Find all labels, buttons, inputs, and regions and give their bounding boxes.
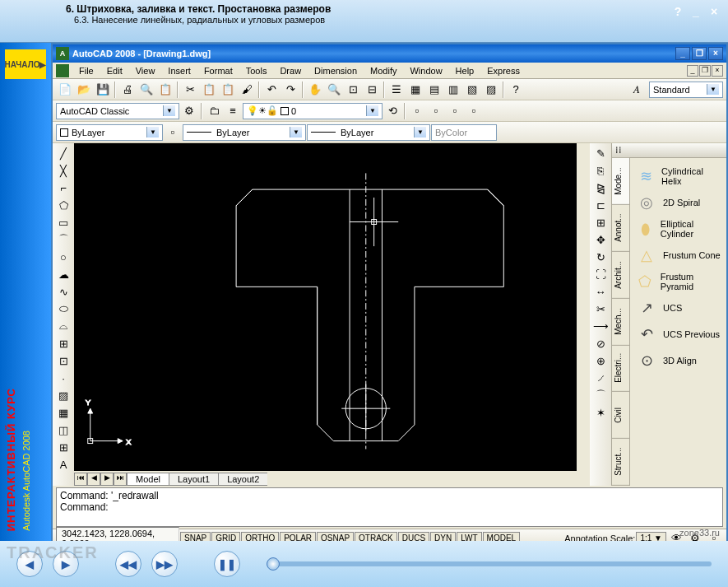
xline-tool[interactable]: ╳ [54, 162, 72, 179]
palette-tab-archit[interactable]: Archit... [612, 252, 629, 299]
revcloud-tool[interactable]: ☁ [54, 266, 72, 282]
palette-item-ucs[interactable]: ↗UCS [633, 295, 723, 321]
break-tool[interactable]: ⊘ [591, 335, 610, 352]
palette-item-pyramid[interactable]: ⬠Frustum Pyramid [633, 268, 723, 295]
menu-edit[interactable]: Edit [100, 64, 129, 77]
circle-tool[interactable]: ○ [54, 249, 72, 265]
palette-tab-annot[interactable]: Annot... [612, 205, 629, 252]
horizontal-scrollbar[interactable] [267, 473, 590, 486]
point-tool[interactable]: · [54, 370, 72, 386]
redo-button[interactable]: ↷ [281, 81, 299, 99]
tab-layout2[interactable]: Layout2 [218, 473, 268, 486]
command-line[interactable]: Command: '_redrawall Command: [56, 487, 723, 527]
layer-tool1-button[interactable]: ▫ [408, 102, 426, 120]
designcenter-button[interactable]: ▦ [406, 81, 424, 99]
offset-tool[interactable]: ⊏ [591, 197, 610, 213]
menu-tools[interactable]: Tools [239, 64, 274, 77]
rotate-tool[interactable]: ↻ [591, 249, 610, 265]
scale-tool[interactable]: ⛶ [591, 266, 610, 282]
calc-button[interactable]: ▨ [482, 81, 500, 99]
menu-window[interactable]: Window [403, 64, 448, 77]
palette-item-cylinder[interactable]: ⬮Elliptical Cylinder [633, 216, 723, 242]
plotstyle-dropdown[interactable]: ByColor [431, 124, 497, 141]
vertical-scrollbar[interactable] [577, 143, 590, 471]
tab-prev-button[interactable]: ◀ [87, 473, 100, 486]
linetype-dropdown[interactable]: ByLayer▼ [183, 124, 306, 141]
preview-button[interactable]: 🔍 [137, 81, 155, 99]
fillet-tool[interactable]: ⌒ [591, 387, 610, 403]
arc-tool[interactable]: ⌒ [54, 231, 72, 248]
hatch-tool[interactable]: ▨ [54, 387, 72, 403]
player-thumb[interactable] [267, 557, 280, 571]
tab-last-button[interactable]: ⏭ [114, 473, 127, 486]
textstyle-dropdown[interactable]: Standard▼ [649, 82, 723, 98]
player-pause-button[interactable]: ❚❚ [214, 551, 240, 577]
menu-view[interactable]: View [129, 64, 162, 77]
palette-item-cone[interactable]: △Frustum Cone [633, 242, 723, 268]
workspace-settings-button[interactable]: ⚙ [180, 102, 198, 120]
palette-tab-electri[interactable]: Electri... [612, 345, 629, 392]
undo-button[interactable]: ↶ [262, 81, 281, 99]
menu-modify[interactable]: Modify [364, 64, 403, 77]
tab-next-button[interactable]: ▶ [100, 473, 114, 486]
help-button[interactable]: ? [670, 5, 685, 18]
copy-tool[interactable]: ⎘ [591, 162, 610, 179]
layers-button[interactable]: 🗀 [205, 102, 223, 120]
publish-button[interactable]: 📋 [156, 81, 174, 99]
start-button[interactable]: НАЧАЛО▶ [5, 49, 46, 79]
trim-tool[interactable]: ✂ [591, 300, 610, 317]
mtext-tool[interactable]: A [54, 456, 72, 473]
cut-button[interactable]: ✂ [181, 81, 199, 99]
minimize-button[interactable]: _ [689, 5, 703, 18]
layer-tool4-button[interactable]: ▫ [465, 102, 483, 120]
print-button[interactable]: 🖨 [118, 81, 137, 99]
player-rewind-button[interactable]: ◀◀ [115, 551, 141, 577]
palette-tab-modeling[interactable]: Mode... [612, 158, 629, 205]
palette-item-spiral[interactable]: ◎2D Spiral [633, 189, 723, 216]
workspace-dropdown[interactable]: AutoCAD Classic▼ [56, 103, 179, 119]
doc-close-button[interactable]: × [712, 65, 723, 77]
color-dropdown[interactable]: ByLayer▼ [56, 124, 163, 141]
sheetset-button[interactable]: ▥ [444, 81, 462, 99]
tab-model[interactable]: Model [127, 473, 169, 486]
doc-minimize-button[interactable]: _ [687, 65, 698, 77]
tab-first-button[interactable]: ⏮ [74, 473, 87, 486]
zoom-button[interactable]: 🔍 [325, 81, 343, 99]
makeblock-tool[interactable]: ⊡ [54, 352, 72, 369]
lineweight-dropdown[interactable]: ByLayer▼ [307, 124, 430, 141]
new-button[interactable]: 📄 [56, 81, 74, 99]
window-restore-button[interactable]: ❐ [692, 47, 707, 60]
menu-express[interactable]: Express [480, 64, 526, 77]
table-tool[interactable]: ⊞ [54, 439, 72, 455]
extend-tool[interactable]: ⟶ [591, 318, 610, 334]
window-close-button[interactable]: × [708, 47, 723, 60]
layerstate-button[interactable]: ≡ [224, 102, 242, 120]
toolpalettes-button[interactable]: ▤ [425, 81, 443, 99]
tab-layout1[interactable]: Layout1 [169, 473, 219, 486]
layer-prev-button[interactable]: ⟲ [383, 102, 401, 120]
pan-button[interactable]: ✋ [306, 81, 324, 99]
layer-tool3-button[interactable]: ▫ [446, 102, 464, 120]
menu-format[interactable]: Format [197, 64, 239, 77]
palette-item-helix[interactable]: ≋Cylindrical Helix [633, 163, 723, 189]
line-tool[interactable]: ╱ [54, 145, 72, 161]
menu-dimension[interactable]: Dimension [308, 64, 364, 77]
ellipsearc-tool[interactable]: ⌓ [54, 318, 72, 334]
properties-button[interactable]: ☰ [387, 81, 406, 99]
stretch-tool[interactable]: ↔ [591, 283, 610, 300]
menu-draw[interactable]: Draw [273, 64, 308, 77]
menu-insert[interactable]: Insert [161, 64, 197, 77]
match-button[interactable]: 🖌 [238, 81, 256, 99]
palette-tab-struct[interactable]: Struct... [612, 439, 629, 486]
ellipse-tool[interactable]: ⬭ [54, 300, 72, 317]
layer-tool2-button[interactable]: ▫ [427, 102, 445, 120]
explode-tool[interactable]: ✶ [591, 404, 610, 421]
close-button[interactable]: × [707, 5, 721, 18]
palette-item-3dalign[interactable]: ⊙3D Align [633, 347, 723, 374]
window-minimize-button[interactable]: _ [675, 47, 690, 60]
array-tool[interactable]: ⊞ [591, 214, 610, 231]
chamfer-tool[interactable]: ⟋ [591, 370, 610, 386]
move-tool[interactable]: ✥ [591, 231, 610, 248]
rectangle-tool[interactable]: ▭ [54, 214, 72, 231]
save-button[interactable]: 💾 [94, 81, 112, 99]
